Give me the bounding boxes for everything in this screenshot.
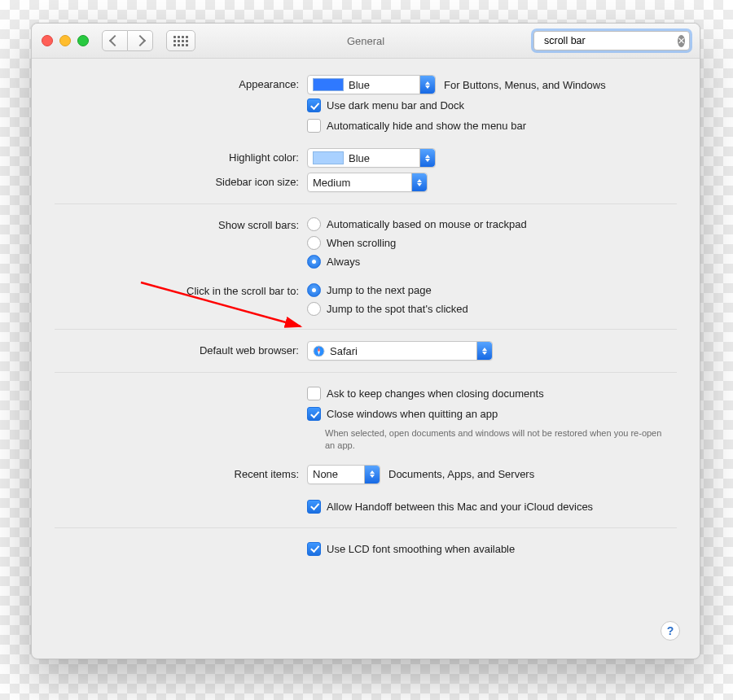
search-input[interactable]	[542, 34, 674, 47]
scroll-click-next-page[interactable]: Jump to the next page	[307, 283, 677, 297]
scrollbars-option-auto[interactable]: Automatically based on mouse or trackpad	[307, 217, 677, 231]
scrollbars-option-scrolling[interactable]: When scrolling	[307, 236, 677, 250]
zoom-window-button[interactable]	[77, 35, 89, 46]
scroll-click-spot[interactable]: Jump to the spot that's clicked	[307, 302, 677, 316]
sidebar-size-label: Sidebar icon size:	[55, 173, 307, 188]
search-field[interactable]: ✕	[533, 31, 690, 50]
appearance-popup[interactable]: Blue	[307, 75, 436, 94]
recent-popup[interactable]: None	[307, 465, 380, 484]
handoff-checkbox[interactable]: Allow Handoff between this Mac and your …	[307, 500, 677, 514]
help-button[interactable]: ?	[661, 621, 680, 641]
checkbox-icon	[307, 407, 321, 421]
close-windows-hint: When selected, open documents and window…	[325, 427, 667, 452]
radio-icon	[307, 283, 321, 297]
appearance-value: Blue	[349, 79, 370, 91]
radio-icon	[307, 236, 321, 250]
checkbox-icon	[307, 387, 321, 400]
dark-menu-checkbox[interactable]: Use dark menu bar and Dock	[307, 98, 677, 112]
clear-search-button[interactable]: ✕	[678, 35, 685, 47]
autohide-menu-checkbox[interactable]: Automatically hide and show the menu bar	[307, 119, 677, 133]
radio-icon	[307, 255, 321, 269]
browser-value: Safari	[330, 345, 358, 357]
nav-buttons	[102, 30, 153, 51]
ask-keep-changes-checkbox[interactable]: Ask to keep changes when closing documen…	[307, 387, 677, 400]
forward-button[interactable]	[128, 30, 153, 51]
back-button[interactable]	[102, 30, 128, 51]
highlight-label: Highlight color:	[55, 148, 307, 164]
highlight-value: Blue	[349, 152, 370, 164]
close-window-button[interactable]	[42, 35, 53, 46]
recent-label: Recent items:	[55, 465, 307, 480]
grid-icon	[173, 36, 188, 46]
divider	[55, 203, 677, 204]
highlight-popup[interactable]: Blue	[307, 148, 436, 168]
appearance-swatch	[313, 78, 344, 91]
recent-caption: Documents, Apps, and Servers	[388, 468, 534, 480]
appearance-label: Appearance:	[55, 75, 307, 90]
minimize-window-button[interactable]	[59, 35, 71, 46]
radio-icon	[307, 217, 321, 231]
autohide-menu-label: Automatically hide and show the menu bar	[327, 120, 526, 132]
divider	[55, 329, 677, 330]
chevron-right-icon	[134, 35, 146, 46]
checkbox-icon	[307, 542, 321, 556]
browser-label: Default web browser:	[55, 341, 307, 357]
appearance-caption: For Buttons, Menus, and Windows	[444, 79, 606, 91]
titlebar: General ✕	[32, 24, 700, 59]
recent-value: None	[313, 468, 338, 480]
radio-icon	[307, 302, 321, 316]
preferences-content: Appearance: Blue For Buttons, Menus, and…	[32, 59, 700, 578]
checkbox-icon	[307, 119, 321, 133]
show-all-button[interactable]	[166, 30, 195, 51]
scroll-click-label: Click in the scroll bar to:	[55, 282, 307, 297]
window-title: General	[347, 35, 384, 47]
checkbox-icon	[307, 98, 321, 112]
scrollbars-label: Show scroll bars:	[55, 216, 307, 231]
sidebar-size-popup[interactable]: Medium	[307, 173, 428, 192]
safari-icon	[313, 345, 325, 357]
sidebar-size-value: Medium	[313, 177, 350, 189]
scrollbars-option-always[interactable]: Always	[307, 255, 677, 269]
divider	[55, 527, 677, 528]
checkbox-icon	[307, 500, 321, 514]
divider	[55, 372, 677, 373]
browser-popup[interactable]: Safari	[307, 341, 493, 361]
preferences-window: General ✕ Appearance: Blue For Buttons, …	[31, 23, 700, 659]
dark-menu-label: Use dark menu bar and Dock	[327, 99, 464, 112]
highlight-swatch	[313, 151, 344, 164]
chevron-left-icon	[109, 35, 121, 46]
window-controls	[42, 35, 89, 46]
lcd-smoothing-checkbox[interactable]: Use LCD font smoothing when available	[307, 542, 677, 556]
close-windows-checkbox[interactable]: Close windows when quitting an app	[307, 407, 677, 421]
